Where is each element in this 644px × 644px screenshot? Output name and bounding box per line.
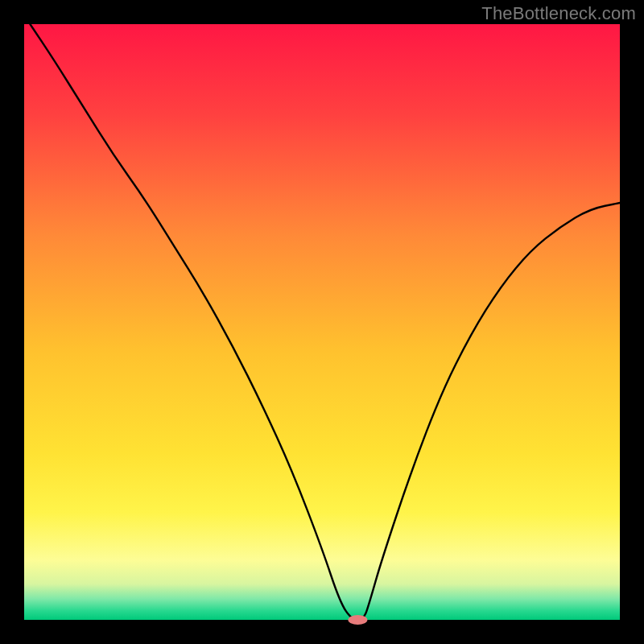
watermark-text: TheBottleneck.com — [481, 3, 636, 24]
chart-frame: TheBottleneck.com — [0, 0, 644, 644]
bottleneck-chart — [0, 0, 644, 644]
optimal-marker — [348, 615, 367, 625]
chart-background — [24, 24, 620, 620]
